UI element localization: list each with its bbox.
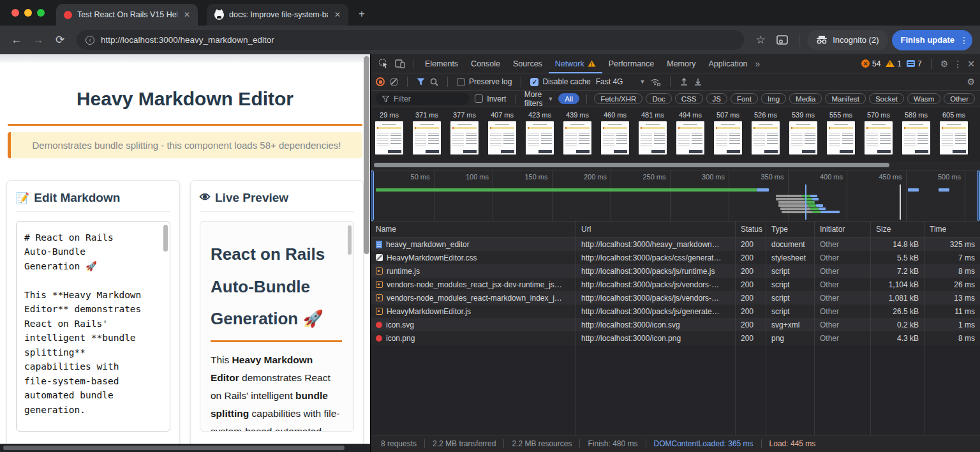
timeline-left-handle[interactable]	[371, 170, 374, 221]
filter-chip-other[interactable]: Other	[944, 93, 975, 104]
close-window-button[interactable]	[11, 9, 19, 17]
settings-gear-icon[interactable]: ⚙	[940, 59, 949, 69]
filmstrip-frame[interactable]: 494 ms	[676, 111, 704, 161]
filter-chip-socket[interactable]: Socket	[869, 93, 904, 104]
column-header-initiator[interactable]: Initiator	[815, 222, 871, 237]
site-info-icon[interactable]: i	[85, 36, 94, 45]
textarea-scrollbar-thumb[interactable]	[163, 225, 168, 252]
column-header-size[interactable]: Size	[871, 222, 924, 237]
filmstrip-frame[interactable]: 507 ms	[714, 111, 742, 161]
filmstrip-frame[interactable]: 460 ms	[601, 111, 629, 161]
incognito-badge[interactable]: Incognito (2)	[807, 30, 887, 50]
table-row[interactable]: vendors-node_modules_react_jsx-dev-runti…	[371, 278, 980, 291]
finish-update-button[interactable]: Finish update ⋮	[892, 30, 973, 50]
search-icon[interactable]	[430, 78, 438, 86]
close-tab-icon[interactable]: ✕	[333, 10, 342, 19]
filmstrip-frame[interactable]: 570 ms	[865, 111, 893, 161]
filmstrip-frame[interactable]: 439 ms	[563, 111, 591, 161]
filmstrip-frame[interactable]: 29 ms	[375, 111, 403, 161]
filter-chip-doc[interactable]: Doc	[646, 93, 671, 104]
preserve-log-checkbox[interactable]: Preserve log	[457, 77, 512, 86]
filmstrip-frame[interactable]: 526 ms	[752, 111, 780, 161]
minimize-window-button[interactable]	[24, 9, 32, 17]
column-header-time[interactable]: Time	[924, 222, 980, 237]
reload-icon[interactable]: ⟳	[51, 31, 69, 49]
forward-icon[interactable]: →	[29, 31, 47, 49]
export-har-icon[interactable]	[694, 77, 702, 86]
close-tab-icon[interactable]: ✕	[182, 10, 191, 19]
filmstrip-frame[interactable]: 377 ms	[450, 111, 479, 161]
bookmark-star-icon[interactable]: ☆	[752, 31, 769, 49]
window-controls[interactable]	[0, 0, 56, 26]
zoom-window-button[interactable]	[37, 9, 45, 17]
filter-chip-all[interactable]: All	[558, 93, 579, 104]
device-toolbar-icon[interactable]	[392, 57, 408, 71]
markdown-editor-textarea[interactable]	[16, 221, 170, 432]
filmstrip-frame[interactable]: 605 ms	[940, 111, 968, 161]
filter-chip-fetchxhr[interactable]: Fetch/XHR	[594, 93, 642, 104]
kebab-menu-icon[interactable]: ⋮	[960, 35, 969, 45]
devtools-tab-elements[interactable]: Elements	[419, 54, 464, 73]
column-header-name[interactable]: Name	[371, 222, 576, 237]
devtools-tab-network[interactable]: Network	[549, 54, 602, 73]
filmstrip-frame[interactable]: 555 ms	[827, 111, 855, 161]
network-settings-gear-icon[interactable]: ⚙	[967, 77, 975, 87]
devtools-tab-performance[interactable]: Performance	[602, 54, 661, 73]
column-header-type[interactable]: Type	[766, 222, 815, 237]
page-horizontal-scrollbar[interactable]	[0, 444, 370, 452]
side-panel-icon[interactable]	[773, 31, 791, 49]
back-icon[interactable]: ←	[8, 31, 26, 49]
table-row[interactable]: runtime.jshttp://localhost:3000/packs/js…	[371, 264, 980, 278]
table-row[interactable]: icon.pnghttp://localhost:3000/icon.png20…	[371, 331, 980, 345]
filmstrip-frame[interactable]: 589 ms	[902, 111, 930, 161]
table-row[interactable]: vendors-node_modules_react-markdown_inde…	[371, 291, 980, 305]
network-conditions-icon[interactable]	[650, 78, 661, 86]
more-filters-button[interactable]: More filters ▼	[524, 90, 554, 108]
table-row[interactable]: heavy_markdown_editorhttp://localhost:30…	[371, 237, 980, 251]
devtools-tab-console[interactable]: Console	[464, 54, 507, 73]
issues-badge[interactable]: 7	[907, 59, 922, 68]
table-row[interactable]: icon.svghttp://localhost:3000/icon.svg20…	[371, 318, 980, 331]
disable-cache-checkbox[interactable]: ✓ Disable cache	[530, 77, 590, 86]
error-badge[interactable]: ✕54	[861, 59, 880, 68]
inspect-element-icon[interactable]	[376, 57, 391, 71]
table-row[interactable]: HeavyMarkdownEditor.jshttp://localhost:3…	[371, 305, 980, 318]
timeline-right-handle[interactable]	[977, 170, 980, 221]
filter-chip-wasm[interactable]: Wasm	[907, 93, 940, 104]
close-devtools-icon[interactable]: ✕	[967, 59, 975, 69]
import-har-icon[interactable]	[679, 77, 688, 86]
devtools-menu-icon[interactable]: ⋮	[953, 59, 962, 69]
new-tab-button[interactable]: +	[359, 8, 365, 20]
url-text[interactable]: http://localhost:3000/heavy_markdown_edi…	[101, 35, 274, 45]
filter-funnel-icon[interactable]	[417, 78, 425, 86]
table-row[interactable]: HeavyMarkdownEditor.csshttp://localhost:…	[371, 251, 980, 264]
invert-checkbox[interactable]: Invert	[475, 94, 506, 103]
filter-chip-js[interactable]: JS	[706, 93, 727, 104]
browser-tab-2[interactable]: docs: Improve file-system-ba ✕	[207, 4, 348, 26]
devtools-tab-sources[interactable]: Sources	[507, 54, 549, 73]
column-header-url[interactable]: Url	[576, 222, 736, 237]
filter-chip-media[interactable]: Media	[789, 93, 822, 104]
filmstrip-scrollbar[interactable]	[371, 161, 980, 170]
page-vertical-scrollbar[interactable]	[364, 56, 369, 254]
preview-scrollbar-thumb[interactable]	[348, 225, 352, 255]
warning-badge[interactable]: 1	[886, 59, 902, 68]
filter-chip-img[interactable]: Img	[761, 93, 786, 104]
filmstrip-frame[interactable]: 371 ms	[413, 111, 441, 161]
filmstrip-frame[interactable]: 539 ms	[789, 111, 817, 161]
filter-chip-manifest[interactable]: Manifest	[825, 93, 865, 104]
devtools-tab-memory[interactable]: Memory	[660, 54, 702, 73]
devtools-tab-application[interactable]: Application	[702, 54, 754, 73]
address-bar[interactable]: i http://localhost:3000/heavy_markdown_e…	[77, 30, 744, 50]
filmstrip-frame[interactable]: 423 ms	[526, 111, 554, 161]
more-tabs-icon[interactable]: »	[755, 59, 761, 69]
filmstrip-frame[interactable]: 407 ms	[488, 111, 516, 161]
record-network-log-icon[interactable]	[376, 77, 385, 86]
filmstrip-frame[interactable]: 481 ms	[639, 111, 667, 161]
throttling-select[interactable]: Fast 4G ▼	[596, 77, 646, 86]
clear-network-log-icon[interactable]	[390, 78, 398, 86]
filter-chip-font[interactable]: Font	[731, 93, 758, 104]
filter-input[interactable]: Filter	[376, 93, 470, 105]
filter-chip-css[interactable]: CSS	[675, 93, 703, 104]
browser-tab-1[interactable]: Test React On Rails V15 Hello ✕	[56, 4, 198, 26]
